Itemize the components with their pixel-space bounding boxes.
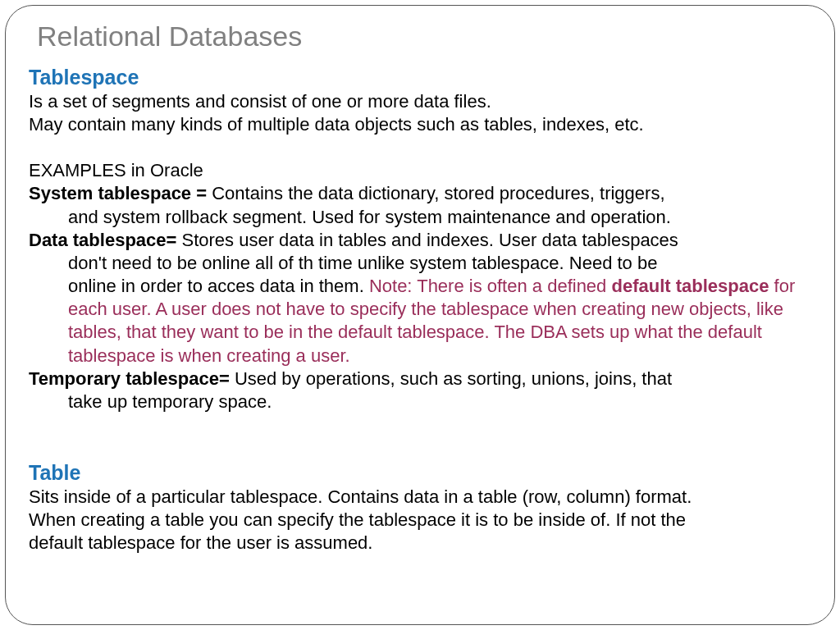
temp-tablespace-row: Temporary tablespace= Used by operations…	[29, 368, 811, 390]
temp-label: Temporary tablespace=	[29, 368, 235, 389]
note-bold: default tablespace	[611, 276, 774, 296]
tablespace-line1: Is a set of segments and consist of one …	[29, 90, 811, 113]
tablespace-line2: May contain many kinds of multiple data …	[29, 113, 811, 136]
slide-frame: Relational Databases Tablespace Is a set…	[5, 5, 835, 625]
temp-text1: Used by operations, such as sorting, uni…	[235, 368, 672, 389]
slide-content: Tablespace Is a set of segments and cons…	[29, 64, 811, 555]
page-title: Relational Databases	[37, 21, 811, 52]
table-line1: Sits inside of a particular tablespace. …	[29, 486, 811, 509]
spacer	[29, 136, 811, 159]
spacer-large	[29, 413, 811, 459]
system-label: System tablespace =	[29, 183, 212, 203]
data-label: Data tablespace=	[29, 230, 181, 250]
data-text3a: online in order to acces data in them.	[68, 276, 369, 296]
table-line3: default tablespace for the user is assum…	[29, 532, 811, 555]
system-text2: and system rollback segment. Used for sy…	[29, 206, 811, 229]
tablespace-heading: Tablespace	[29, 64, 811, 90]
data-text1: Stores user data in tables and indexes. …	[181, 230, 678, 250]
note-a: Note: There is often a defined	[369, 276, 612, 296]
data-text3-note: online in order to acces data in them. N…	[29, 275, 811, 368]
temp-text2: take up temporary space.	[29, 390, 811, 413]
data-text2: don't need to be online all of th time u…	[29, 252, 811, 275]
table-line2: When creating a table you can specify th…	[29, 509, 811, 532]
examples-label: EXAMPLES in Oracle	[29, 159, 811, 182]
data-tablespace-row: Data tablespace= Stores user data in tab…	[29, 229, 811, 252]
system-tablespace-row: System tablespace = Contains the data di…	[29, 182, 811, 205]
system-text1: Contains the data dictionary, stored pro…	[212, 183, 664, 203]
table-heading: Table	[29, 459, 811, 486]
